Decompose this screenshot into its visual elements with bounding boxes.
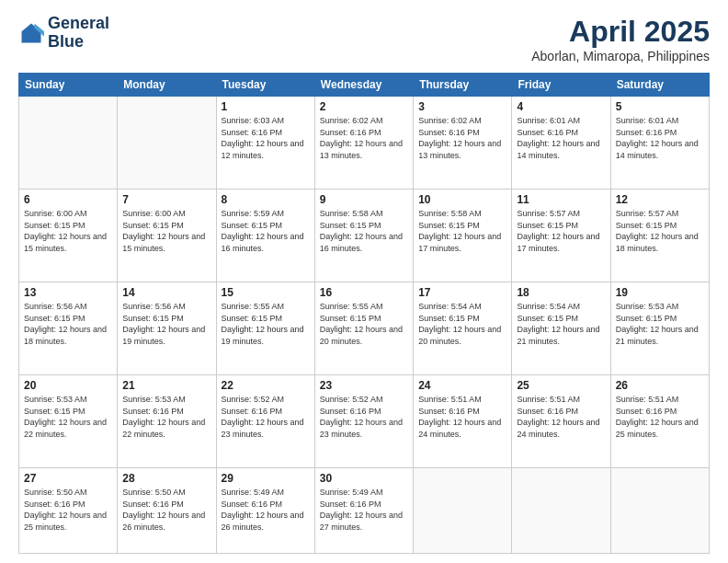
day-number: 9 bbox=[320, 193, 408, 206]
svg-marker-0 bbox=[22, 23, 41, 42]
cell-info: Sunrise: 6:02 AMSunset: 6:16 PMDaylight:… bbox=[320, 115, 408, 161]
day-number: 11 bbox=[517, 193, 605, 206]
logo-text: General Blue bbox=[48, 15, 109, 52]
cell-info: Sunrise: 5:57 AMSunset: 6:15 PMDaylight:… bbox=[517, 208, 605, 254]
day-number: 27 bbox=[24, 472, 112, 485]
cell-info: Sunrise: 5:50 AMSunset: 6:16 PMDaylight:… bbox=[122, 487, 210, 533]
col-saturday: Saturday bbox=[610, 74, 709, 97]
day-number: 5 bbox=[616, 100, 704, 113]
day-number: 22 bbox=[222, 379, 310, 392]
cell-info: Sunrise: 6:00 AMSunset: 6:15 PMDaylight:… bbox=[122, 208, 210, 254]
table-row: 17Sunrise: 5:54 AMSunset: 6:15 PMDayligh… bbox=[414, 282, 512, 375]
table-row: 18Sunrise: 5:54 AMSunset: 6:15 PMDayligh… bbox=[512, 282, 610, 375]
table-row bbox=[610, 468, 709, 554]
cell-info: Sunrise: 5:55 AMSunset: 6:15 PMDaylight:… bbox=[320, 301, 408, 347]
subtitle: Aborlan, Mimaropa, Philippines bbox=[531, 49, 710, 63]
page: General Blue April 2025 Aborlan, Mimarop… bbox=[0, 0, 728, 563]
cell-info: Sunrise: 6:00 AMSunset: 6:15 PMDaylight:… bbox=[24, 208, 112, 254]
day-number: 14 bbox=[122, 286, 210, 299]
table-row: 27Sunrise: 5:50 AMSunset: 6:16 PMDayligh… bbox=[19, 468, 118, 554]
day-number: 7 bbox=[122, 193, 210, 206]
table-row: 5Sunrise: 6:01 AMSunset: 6:16 PMDaylight… bbox=[610, 97, 709, 190]
cell-info: Sunrise: 6:01 AMSunset: 6:16 PMDaylight:… bbox=[517, 115, 605, 161]
table-row: 10Sunrise: 5:58 AMSunset: 6:15 PMDayligh… bbox=[414, 190, 512, 282]
logo: General Blue bbox=[18, 15, 109, 52]
table-row: 7Sunrise: 6:00 AMSunset: 6:15 PMDaylight… bbox=[118, 190, 216, 282]
cell-info: Sunrise: 5:54 AMSunset: 6:15 PMDaylight:… bbox=[418, 301, 506, 347]
calendar-header-row: Sunday Monday Tuesday Wednesday Thursday… bbox=[19, 74, 710, 97]
cell-info: Sunrise: 5:55 AMSunset: 6:15 PMDaylight:… bbox=[222, 301, 310, 347]
cell-info: Sunrise: 5:54 AMSunset: 6:15 PMDaylight:… bbox=[517, 301, 605, 347]
day-number: 13 bbox=[24, 286, 112, 299]
col-thursday: Thursday bbox=[414, 74, 512, 97]
day-number: 10 bbox=[418, 193, 506, 206]
cell-info: Sunrise: 6:01 AMSunset: 6:16 PMDaylight:… bbox=[616, 115, 704, 161]
cell-info: Sunrise: 5:53 AMSunset: 6:15 PMDaylight:… bbox=[616, 301, 704, 347]
table-row bbox=[512, 468, 610, 554]
table-row: 15Sunrise: 5:55 AMSunset: 6:15 PMDayligh… bbox=[216, 282, 314, 375]
cell-info: Sunrise: 5:57 AMSunset: 6:15 PMDaylight:… bbox=[616, 208, 704, 254]
col-sunday: Sunday bbox=[19, 74, 118, 97]
cell-info: Sunrise: 5:56 AMSunset: 6:15 PMDaylight:… bbox=[24, 301, 112, 347]
table-row: 3Sunrise: 6:02 AMSunset: 6:16 PMDaylight… bbox=[414, 97, 512, 190]
day-number: 30 bbox=[320, 472, 408, 485]
cell-info: Sunrise: 5:58 AMSunset: 6:15 PMDaylight:… bbox=[320, 208, 408, 254]
title-block: April 2025 Aborlan, Mimaropa, Philippine… bbox=[531, 15, 710, 63]
table-row: 9Sunrise: 5:58 AMSunset: 6:15 PMDaylight… bbox=[314, 190, 413, 282]
logo-icon bbox=[18, 20, 44, 46]
table-row: 29Sunrise: 5:49 AMSunset: 6:16 PMDayligh… bbox=[216, 468, 314, 554]
table-row: 8Sunrise: 5:59 AMSunset: 6:15 PMDaylight… bbox=[216, 190, 314, 282]
table-row: 12Sunrise: 5:57 AMSunset: 6:15 PMDayligh… bbox=[610, 190, 709, 282]
table-row: 20Sunrise: 5:53 AMSunset: 6:15 PMDayligh… bbox=[19, 375, 118, 468]
header: General Blue April 2025 Aborlan, Mimarop… bbox=[18, 15, 710, 63]
day-number: 21 bbox=[122, 379, 210, 392]
cell-info: Sunrise: 5:50 AMSunset: 6:16 PMDaylight:… bbox=[24, 487, 112, 533]
table-row bbox=[118, 97, 216, 190]
table-row: 2Sunrise: 6:02 AMSunset: 6:16 PMDaylight… bbox=[314, 97, 413, 190]
table-row: 14Sunrise: 5:56 AMSunset: 6:15 PMDayligh… bbox=[118, 282, 216, 375]
table-row: 1Sunrise: 6:03 AMSunset: 6:16 PMDaylight… bbox=[216, 97, 314, 190]
col-monday: Monday bbox=[118, 74, 216, 97]
cell-info: Sunrise: 5:56 AMSunset: 6:15 PMDaylight:… bbox=[122, 301, 210, 347]
day-number: 17 bbox=[418, 286, 506, 299]
day-number: 20 bbox=[24, 379, 112, 392]
table-row: 16Sunrise: 5:55 AMSunset: 6:15 PMDayligh… bbox=[314, 282, 413, 375]
table-row: 26Sunrise: 5:51 AMSunset: 6:16 PMDayligh… bbox=[610, 375, 709, 468]
cell-info: Sunrise: 5:52 AMSunset: 6:16 PMDaylight:… bbox=[320, 394, 408, 440]
day-number: 26 bbox=[616, 379, 704, 392]
day-number: 28 bbox=[122, 472, 210, 485]
day-number: 8 bbox=[222, 193, 310, 206]
table-row: 24Sunrise: 5:51 AMSunset: 6:16 PMDayligh… bbox=[414, 375, 512, 468]
table-row: 28Sunrise: 5:50 AMSunset: 6:16 PMDayligh… bbox=[118, 468, 216, 554]
day-number: 3 bbox=[418, 100, 506, 113]
col-tuesday: Tuesday bbox=[216, 74, 314, 97]
cell-info: Sunrise: 5:52 AMSunset: 6:16 PMDaylight:… bbox=[222, 394, 310, 440]
cell-info: Sunrise: 6:03 AMSunset: 6:16 PMDaylight:… bbox=[222, 115, 310, 161]
day-number: 25 bbox=[517, 379, 605, 392]
cell-info: Sunrise: 5:49 AMSunset: 6:16 PMDaylight:… bbox=[222, 487, 310, 533]
calendar-table: Sunday Monday Tuesday Wednesday Thursday… bbox=[18, 73, 710, 554]
day-number: 29 bbox=[222, 472, 310, 485]
cell-info: Sunrise: 5:59 AMSunset: 6:15 PMDaylight:… bbox=[222, 208, 310, 254]
table-row: 23Sunrise: 5:52 AMSunset: 6:16 PMDayligh… bbox=[314, 375, 413, 468]
table-row bbox=[414, 468, 512, 554]
cell-info: Sunrise: 5:51 AMSunset: 6:16 PMDaylight:… bbox=[418, 394, 506, 440]
day-number: 6 bbox=[24, 193, 112, 206]
col-wednesday: Wednesday bbox=[314, 74, 413, 97]
col-friday: Friday bbox=[512, 74, 610, 97]
day-number: 24 bbox=[418, 379, 506, 392]
table-row bbox=[19, 97, 118, 190]
cell-info: Sunrise: 6:02 AMSunset: 6:16 PMDaylight:… bbox=[418, 115, 506, 161]
day-number: 18 bbox=[517, 286, 605, 299]
day-number: 4 bbox=[517, 100, 605, 113]
day-number: 23 bbox=[320, 379, 408, 392]
day-number: 12 bbox=[616, 193, 704, 206]
day-number: 19 bbox=[616, 286, 704, 299]
table-row: 4Sunrise: 6:01 AMSunset: 6:16 PMDaylight… bbox=[512, 97, 610, 190]
table-row: 19Sunrise: 5:53 AMSunset: 6:15 PMDayligh… bbox=[610, 282, 709, 375]
table-row: 21Sunrise: 5:53 AMSunset: 6:16 PMDayligh… bbox=[118, 375, 216, 468]
main-title: April 2025 bbox=[531, 15, 710, 49]
table-row: 25Sunrise: 5:51 AMSunset: 6:16 PMDayligh… bbox=[512, 375, 610, 468]
day-number: 2 bbox=[320, 100, 408, 113]
table-row: 6Sunrise: 6:00 AMSunset: 6:15 PMDaylight… bbox=[19, 190, 118, 282]
